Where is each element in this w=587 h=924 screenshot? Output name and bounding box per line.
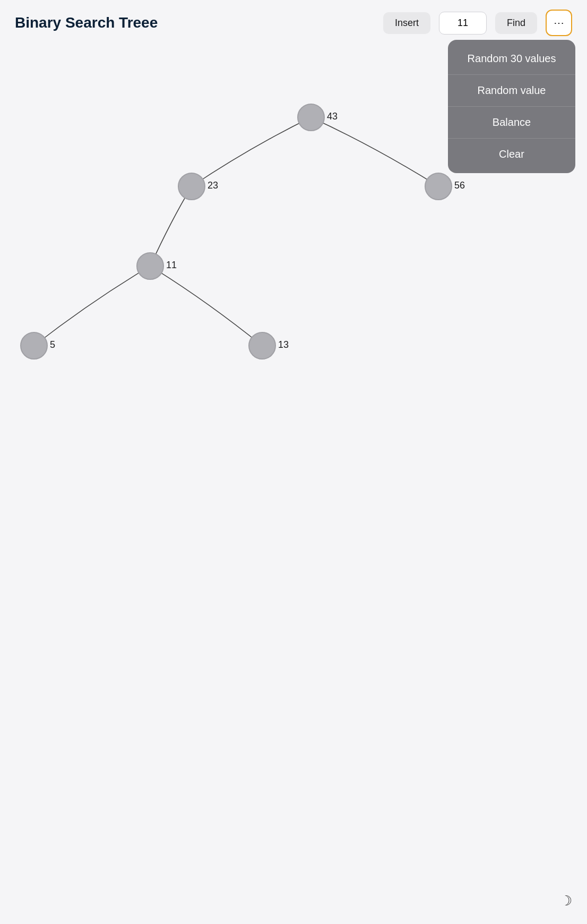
edge-43-23 [192,117,311,186]
edge-43-56 [311,117,438,186]
node-circle-43[interactable] [297,104,325,131]
edge-11-5 [34,266,150,346]
more-icon: ⋯ [554,16,564,29]
node-circle-23[interactable] [178,173,205,200]
app-title: Binary Search Treee [15,14,375,31]
node-circle-13[interactable] [248,332,276,360]
find-button[interactable]: Find [495,12,537,34]
dropdown-item-random1[interactable]: Random value [448,75,575,107]
node-circle-56[interactable] [425,173,452,200]
dropdown-menu: Random 30 valuesRandom valueBalanceClear [448,40,575,173]
node-circle-5[interactable] [20,332,48,360]
dropdown-item-clear[interactable]: Clear [448,139,575,170]
dark-mode-button[interactable]: ☽ [560,893,572,909]
value-input[interactable] [439,12,487,35]
edge-11-13 [150,266,262,346]
dropdown-item-random30[interactable]: Random 30 values [448,43,575,75]
more-button[interactable]: ⋯ [546,10,572,36]
dropdown-item-balance[interactable]: Balance [448,107,575,139]
insert-button[interactable]: Insert [383,12,430,34]
node-circle-11[interactable] [136,252,164,280]
header: Binary Search Treee Insert Find ⋯ [0,0,587,46]
